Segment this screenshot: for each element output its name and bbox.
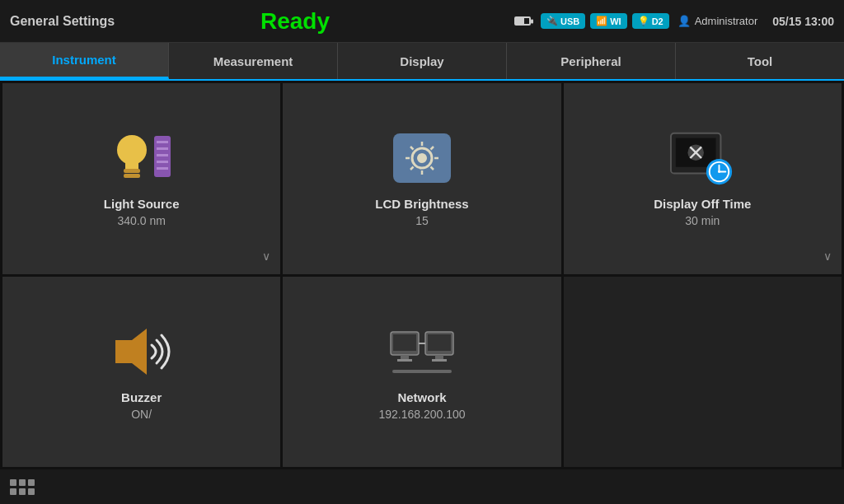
buzzer-value: ON/: [131, 408, 152, 421]
tab-tool[interactable]: Tool: [676, 43, 844, 79]
network-svg: [389, 324, 455, 380]
svg-rect-1: [125, 161, 138, 169]
svg-rect-41: [392, 370, 452, 373]
datetime: 05/15 13:00: [772, 15, 834, 28]
status-text: Ready: [76, 8, 514, 35]
buzzer-icon: [109, 323, 175, 380]
lcd-brightness-value: 15: [415, 214, 429, 227]
tab-instrument[interactable]: Instrument: [0, 43, 169, 79]
light-source-icon: [109, 129, 175, 187]
svg-rect-34: [401, 355, 409, 359]
light-source-label: Light Source: [104, 197, 180, 211]
svg-rect-37: [428, 334, 451, 351]
grid-dot-3: [28, 479, 35, 486]
svg-rect-5: [157, 141, 168, 143]
tab-instrument-label: Instrument: [52, 53, 116, 67]
lcd-brightness-label: LCD Brightness: [375, 197, 468, 211]
tab-tool-label: Tool: [748, 54, 773, 68]
tab-measurement-label: Measurement: [213, 54, 293, 68]
lcd-brightness-icon: [389, 129, 455, 187]
grid-dot-5: [19, 488, 26, 495]
tab-peripheral[interactable]: Peripheral: [507, 43, 676, 79]
menu-grid-button[interactable]: [10, 479, 35, 495]
svg-rect-38: [435, 355, 443, 359]
tab-display[interactable]: Display: [338, 43, 507, 79]
battery-icon: [514, 16, 531, 26]
grid-dot-6: [28, 488, 35, 495]
header-icons: 🔌 USB 📶 WI 💡 D2: [514, 13, 669, 29]
display-off-time-label: Display Off Time: [654, 197, 751, 211]
buzzer-cell[interactable]: Buzzer ON/: [2, 277, 280, 468]
user-info: 👤 Administrator: [678, 15, 758, 27]
grid-dot-4: [10, 488, 16, 495]
lcd-brightness-svg: [390, 130, 454, 186]
username: Administrator: [695, 15, 758, 27]
svg-rect-6: [157, 147, 168, 150]
network-value: 192.168.200.100: [378, 408, 465, 421]
footer: [0, 469, 844, 504]
svg-point-12: [417, 153, 427, 163]
display-off-time-chevron: ∨: [823, 250, 832, 263]
svg-rect-8: [157, 161, 168, 163]
wifi-icon: 📶: [596, 16, 607, 26]
usb-label: USB: [560, 16, 579, 26]
svg-rect-9: [157, 167, 168, 170]
usb-icon: 🔌: [546, 16, 558, 26]
svg-point-30: [718, 170, 720, 173]
buzzer-svg: [109, 324, 175, 380]
svg-point-0: [117, 135, 147, 165]
grid-dot-2: [19, 479, 26, 486]
svg-marker-31: [115, 329, 147, 375]
display-off-svg: [669, 129, 735, 187]
light-source-svg: [109, 129, 175, 187]
grid-dot-1: [10, 479, 16, 486]
light-source-cell[interactable]: Light Source 340.0 nm ∨: [2, 83, 280, 274]
svg-rect-2: [124, 169, 140, 173]
display-off-time-value: 30 min: [685, 214, 720, 227]
lcd-brightness-cell[interactable]: LCD Brightness 15: [283, 83, 560, 274]
network-label: Network: [397, 390, 446, 404]
display-off-icon: [669, 129, 735, 187]
light-source-chevron: ∨: [262, 250, 270, 263]
svg-rect-7: [157, 154, 168, 156]
user-icon: 👤: [678, 15, 691, 27]
display-off-time-cell[interactable]: Display Off Time 30 min ∨: [564, 83, 842, 274]
d2-label: D2: [652, 16, 663, 26]
d2-icon: 💡: [638, 16, 649, 26]
svg-rect-39: [432, 359, 447, 362]
tab-display-label: Display: [400, 54, 443, 68]
svg-rect-35: [397, 359, 412, 362]
d2-badge: 💡 D2: [632, 13, 669, 29]
svg-rect-3: [124, 174, 140, 178]
tab-measurement[interactable]: Measurement: [169, 43, 338, 79]
header: General Settings Ready 🔌 USB 📶 WI 💡 D2 👤…: [0, 0, 844, 43]
tabs-bar: Instrument Measurement Display Periphera…: [0, 43, 844, 81]
svg-rect-33: [393, 334, 416, 351]
wi-badge: 📶 WI: [590, 13, 626, 29]
tab-peripheral-label: Peripheral: [560, 54, 621, 68]
light-source-value: 340.0 nm: [117, 214, 165, 227]
usb-badge: 🔌 USB: [541, 13, 585, 29]
network-icon: [389, 323, 455, 380]
buzzer-label: Buzzer: [121, 390, 162, 404]
settings-grid: Light Source 340.0 nm ∨ LCD Brightnes: [0, 81, 844, 469]
empty-cell: [564, 277, 842, 468]
wi-label: WI: [610, 16, 621, 26]
network-cell[interactable]: Network 192.168.200.100: [283, 277, 560, 468]
